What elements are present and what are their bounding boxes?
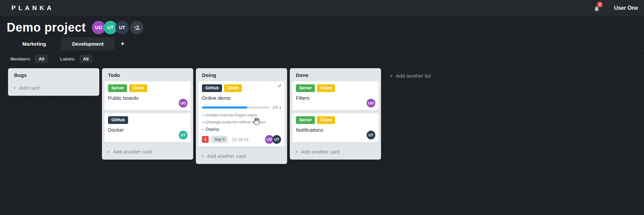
card-labels: Server Client	[296, 84, 375, 92]
task-item[interactable]: – Change code for offline version	[202, 120, 281, 125]
card-title: Public boards	[108, 95, 187, 101]
label-client: Client	[224, 84, 242, 92]
person-add-icon	[133, 24, 140, 31]
labels-filter-label: Labels:	[60, 56, 75, 61]
card-docker[interactable]: GitHub Docker UT	[105, 113, 191, 142]
plus-icon: +	[201, 154, 204, 159]
label-github: GitHub	[202, 84, 222, 92]
edit-card-icon[interactable]: ✎	[277, 84, 281, 89]
task-bullet: –	[202, 113, 204, 118]
list-title[interactable]: Doing	[196, 68, 287, 81]
user-menu[interactable]: User One	[614, 5, 638, 11]
label-github: GitHub	[108, 116, 128, 124]
card-labels: Server Client	[108, 84, 187, 92]
add-board-button[interactable]: +	[116, 37, 129, 50]
label-server: Server	[296, 116, 315, 124]
add-card-button[interactable]: + Add another card	[102, 145, 193, 159]
card-labels: Server Client	[296, 116, 375, 124]
add-card-label: Add another card	[301, 149, 339, 155]
tab-development[interactable]: Development	[61, 37, 115, 50]
plus-icon: +	[107, 149, 110, 155]
plus-icon: +	[390, 73, 393, 79]
avatar: UT	[272, 135, 281, 144]
avatar: UT	[367, 131, 375, 139]
card-title: Filters	[296, 95, 375, 101]
top-bar: PLANKA 2 User One	[0, 0, 644, 16]
add-card-label: Add card	[19, 85, 39, 91]
list-title[interactable]: Todo	[102, 68, 193, 81]
card-title: Docker	[108, 127, 187, 133]
label-client: Client	[317, 84, 335, 92]
chevron-down-icon[interactable]: ▾	[279, 105, 281, 110]
card-badges: 1 Sep 5 22:26:31 UO UT	[202, 135, 281, 144]
card-notifications[interactable]: Server Client Notifications UT	[292, 113, 378, 142]
list-title[interactable]: Bugs	[8, 68, 99, 81]
notifications-button[interactable]: 2	[593, 4, 601, 12]
avatar[interactable]: UT	[104, 21, 117, 34]
add-card-label: Add another card	[207, 153, 246, 159]
task-item[interactable]: – Create GitHub Pages repo	[202, 113, 281, 118]
card-labels: GitHub Client	[202, 84, 281, 92]
project-members: UO UT UT	[92, 21, 144, 34]
card-members: UO UT	[265, 135, 281, 144]
add-card-button[interactable]: + Add another card	[196, 149, 287, 163]
task-text: Create GitHub Pages repo	[206, 113, 257, 118]
list-todo: Todo Server Client Public boards UO GitH…	[102, 68, 193, 160]
task-bullet: –	[202, 127, 204, 132]
topbar-right: 2 User One	[593, 4, 639, 12]
progress-bar	[202, 106, 269, 109]
members-filter-value[interactable]: All	[35, 55, 48, 63]
progress-count: 2/3	[272, 105, 278, 110]
task-list: – Create GitHub Pages repo – Change code…	[202, 113, 281, 132]
plus-icon: +	[295, 149, 298, 155]
card-labels: GitHub	[108, 116, 187, 124]
card-public-boards[interactable]: Server Client Public boards UO	[105, 81, 191, 111]
add-member-button[interactable]	[130, 21, 144, 34]
add-card-label: Add another card	[113, 149, 152, 155]
add-list-label: Add another list	[396, 73, 431, 79]
card-title: Online demo	[202, 95, 281, 101]
label-client: Client	[317, 116, 335, 124]
task-text: Deploy	[206, 127, 219, 132]
task-bullet: –	[202, 120, 204, 125]
notification-count-badge: 2	[597, 2, 603, 7]
due-date-badge[interactable]: Sep 5	[212, 136, 227, 143]
avatar: UT	[179, 131, 187, 139]
list-done: Done Server Client Filters UO Server Cli…	[290, 68, 381, 160]
card-notification-badge: 1	[202, 136, 209, 143]
add-card-button[interactable]: + Add another card	[290, 145, 381, 159]
avatar[interactable]: UT	[115, 21, 129, 34]
label-server: Server	[108, 84, 127, 92]
avatar: UO	[179, 99, 187, 108]
avatar[interactable]: UO	[92, 21, 105, 34]
progress-fill	[202, 106, 247, 109]
board: Bugs + Add card Todo Server Client Publi…	[0, 67, 644, 164]
card-title: Notifications	[296, 127, 375, 133]
plus-icon: +	[13, 85, 16, 91]
project-title[interactable]: Demo project	[7, 20, 86, 35]
card-filters[interactable]: Server Client Filters UO	[292, 81, 378, 111]
main-area: Demo project UO UT UT Marketing Developm…	[0, 16, 644, 215]
list-title[interactable]: Done	[290, 68, 381, 81]
task-item[interactable]: – Deploy	[202, 127, 281, 132]
board-tabs: Marketing Development +	[0, 35, 644, 50]
members-filter-label: Members:	[10, 56, 31, 61]
tasks-progress: 2/3 ▾	[202, 105, 281, 110]
add-card-button[interactable]: + Add card	[8, 81, 99, 95]
planka-logo[interactable]: PLANKA	[11, 4, 54, 12]
label-server: Server	[296, 84, 315, 92]
tab-marketing[interactable]: Marketing	[7, 37, 61, 50]
list-bugs: Bugs + Add card	[8, 68, 99, 96]
project-header: Demo project UO UT UT	[0, 16, 644, 35]
add-list-button[interactable]: + Add another list	[384, 69, 437, 83]
filters-bar: Members: All Labels: All	[0, 50, 644, 67]
card-online-demo[interactable]: GitHub Client ✎ Online demo 2/3 ▾ – Crea…	[199, 81, 284, 147]
timer-badge[interactable]: 22:26:31	[232, 137, 249, 142]
hand-cursor	[252, 117, 260, 126]
list-doing: Doing GitHub Client ✎ Online demo 2/3 ▾	[196, 68, 287, 164]
label-client: Client	[129, 84, 147, 92]
avatar: UO	[367, 99, 375, 108]
labels-filter-value[interactable]: All	[79, 55, 93, 63]
